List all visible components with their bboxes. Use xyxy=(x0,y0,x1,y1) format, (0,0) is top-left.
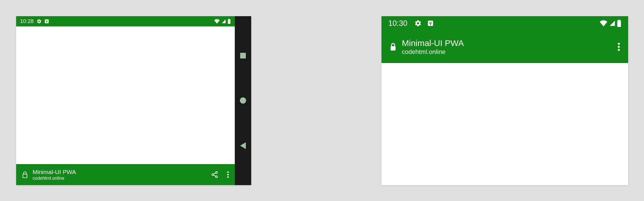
status-bar-right xyxy=(214,19,231,24)
app-bar-title-wrap: Minimal-UI PWA codehtml.online xyxy=(402,38,617,56)
app-badge-icon xyxy=(44,19,49,24)
svg-rect-14 xyxy=(618,20,620,21)
status-bar-right xyxy=(599,20,621,27)
svg-rect-15 xyxy=(391,46,395,50)
svg-point-5 xyxy=(212,174,214,176)
nav-back-button[interactable] xyxy=(240,143,246,149)
status-time: 10:28 xyxy=(20,18,34,24)
status-bar-left: 10:30 xyxy=(388,19,434,28)
app-origin: codehtml.online xyxy=(33,176,211,181)
app-title: Minimal-UI PWA xyxy=(402,38,617,49)
svg-line-7 xyxy=(214,175,216,176)
device-landscape: 10:28 xyxy=(16,16,251,185)
wifi-icon xyxy=(214,19,220,24)
svg-line-8 xyxy=(214,173,216,174)
device-landscape-content: 10:28 xyxy=(16,16,235,185)
more-icon[interactable] xyxy=(227,171,229,178)
share-icon[interactable] xyxy=(211,171,218,178)
svg-point-18 xyxy=(618,49,620,51)
svg-point-17 xyxy=(618,46,620,48)
svg-rect-13 xyxy=(617,20,621,27)
gear-icon xyxy=(37,19,42,24)
more-icon[interactable] xyxy=(617,42,620,51)
svg-rect-2 xyxy=(229,19,230,20)
lock-icon xyxy=(389,42,397,51)
page-content xyxy=(381,63,628,185)
battery-icon xyxy=(617,20,621,27)
nav-recent-button[interactable] xyxy=(240,53,246,59)
system-nav-bar xyxy=(235,16,251,185)
svg-point-16 xyxy=(618,43,620,45)
app-origin: codehtml.online xyxy=(402,48,617,56)
app-bar: Minimal-UI PWA codehtml.online xyxy=(381,30,628,63)
svg-point-9 xyxy=(227,171,229,173)
svg-rect-1 xyxy=(228,19,231,24)
svg-rect-3 xyxy=(23,174,27,178)
app-bar-title-wrap: Minimal-UI PWA codehtml.online xyxy=(33,168,211,181)
status-bar: 10:30 xyxy=(381,16,628,30)
page-content xyxy=(16,26,235,164)
app-badge-icon xyxy=(427,20,434,26)
status-bar: 10:28 xyxy=(16,16,235,26)
cell-signal-icon xyxy=(609,20,616,26)
cell-signal-icon xyxy=(221,19,226,24)
status-time: 10:30 xyxy=(388,19,408,28)
wifi-icon xyxy=(599,20,608,26)
app-bar: Minimal-UI PWA codehtml.online xyxy=(16,164,235,185)
status-bar-left: 10:28 xyxy=(20,18,49,24)
app-bar-actions xyxy=(211,171,229,178)
svg-point-10 xyxy=(227,174,229,175)
svg-point-6 xyxy=(216,176,217,178)
nav-home-button[interactable] xyxy=(240,97,246,104)
lock-icon xyxy=(22,171,28,178)
device-portrait: 10:30 Minimal-UI PWA codeh xyxy=(381,16,628,185)
svg-point-4 xyxy=(216,171,217,173)
app-title: Minimal-UI PWA xyxy=(33,168,211,175)
battery-icon xyxy=(227,19,231,24)
svg-point-11 xyxy=(227,176,229,178)
gear-icon xyxy=(414,20,422,27)
